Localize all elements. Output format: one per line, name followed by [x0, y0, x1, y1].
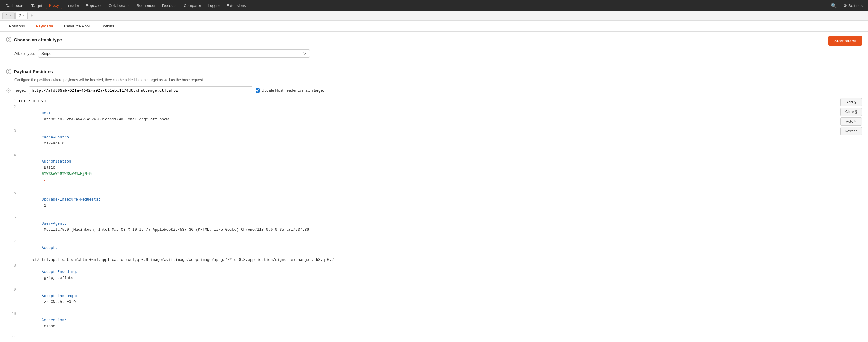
tab-add-button[interactable]: + — [28, 12, 35, 19]
request-line-9: 9 Accept-Language: zh-CN,zh;q=0.9 — [6, 287, 837, 311]
request-editor[interactable]: 1 GET / HTTP/1.1 2 Host: afd889ab-62fa-4… — [6, 98, 837, 342]
request-line-8: 8 Accept-Encoding: gzip, deflate — [6, 263, 837, 287]
refresh-button[interactable]: Refresh — [840, 127, 862, 135]
payload-positions-title: Payload Positions — [14, 69, 53, 74]
subtab-positions[interactable]: Positions — [4, 22, 31, 31]
update-host-label: Update Host header to match target — [261, 88, 324, 93]
subtab-payloads[interactable]: Payloads — [31, 22, 59, 31]
menu-decoder[interactable]: Decoder — [159, 2, 180, 9]
svg-point-1 — [8, 90, 9, 91]
subtab-bar: Positions Payloads Resource Pool Options — [0, 21, 868, 32]
main-content: ? Choose an attack type Start attack Att… — [0, 32, 868, 342]
tab-2-close[interactable]: × — [23, 14, 25, 18]
target-icon — [6, 88, 11, 93]
menu-collaborator[interactable]: Collaborator — [105, 2, 133, 9]
payload-positions-desc: Configure the positions where payloads w… — [14, 78, 862, 82]
request-line-7b: text/html,application/xhtml+xml,applicat… — [6, 257, 837, 263]
subtab-options[interactable]: Options — [95, 22, 120, 31]
update-host-checkbox-label[interactable]: Update Host header to match target — [255, 88, 324, 93]
request-line-4: 4 Authorization: Basic §YWRtaW46YWRtaW4x… — [6, 152, 837, 191]
update-host-checkbox[interactable] — [255, 89, 260, 93]
menu-comparer[interactable]: Comparer — [181, 2, 204, 9]
menu-logger[interactable]: Logger — [205, 2, 223, 9]
payload-arrow: ← — [44, 177, 47, 184]
add-payload-button[interactable]: Add § — [840, 98, 862, 106]
request-line-11: 11 — [6, 335, 837, 341]
attack-type-select[interactable]: Sniper Battering ram Pitchfork Cluster b… — [38, 49, 310, 58]
auto-payload-button[interactable]: Auto § — [840, 117, 862, 126]
payload-positions-header: ? Payload Positions — [6, 69, 862, 74]
request-line-3: 3 Cache-Control: max-age=0 — [6, 129, 837, 152]
request-line-6: 6 User-Agent: Mozilla/5.0 (Macintosh; In… — [6, 215, 837, 239]
subtab-resource-pool[interactable]: Resource Pool — [59, 22, 95, 31]
attack-type-label: Attack type: — [14, 51, 35, 56]
menu-dashboard[interactable]: Dashboard — [2, 2, 28, 9]
menu-bar: Dashboard Target Proxy Intruder Repeater… — [0, 0, 868, 11]
target-input[interactable] — [29, 86, 252, 94]
search-icon[interactable]: 🔍 — [830, 1, 838, 10]
menu-extensions[interactable]: Extensions — [223, 2, 249, 9]
payload-positions-help-icon[interactable]: ? — [6, 69, 11, 74]
tab-1-label: 1 — [6, 13, 8, 18]
editor-buttons: Add § Clear § Auto § Refresh — [837, 98, 862, 342]
menu-proxy[interactable]: Proxy — [46, 2, 62, 9]
start-attack-button[interactable]: Start attack — [829, 36, 862, 45]
clear-payload-button[interactable]: Clear § — [840, 108, 862, 116]
request-line-1: 1 GET / HTTP/1.1 — [6, 98, 837, 104]
tab-bar: 1 × 2 × + — [0, 11, 868, 21]
editor-container: 1 GET / HTTP/1.1 2 Host: afd889ab-62fa-4… — [6, 98, 862, 342]
attack-type-row: Attack type: Sniper Battering ram Pitchf… — [14, 49, 862, 58]
request-line-5: 5 Upgrade-Insecure-Requests: 1 — [6, 191, 837, 215]
request-line-7: 7 Accept: — [6, 239, 837, 257]
attack-type-title: Choose an attack type — [14, 37, 62, 42]
target-label: Target: — [14, 88, 26, 93]
section-divider-1 — [6, 64, 862, 64]
menu-target[interactable]: Target — [28, 2, 45, 9]
menu-settings[interactable]: ⚙ Settings — [840, 2, 866, 9]
tab-1-close[interactable]: × — [10, 14, 11, 18]
target-row: Target: Update Host header to match targ… — [6, 86, 862, 94]
menu-intruder[interactable]: Intruder — [63, 2, 82, 9]
tab-2-label: 2 — [19, 13, 21, 18]
tab-1[interactable]: 1 × — [2, 12, 15, 19]
attack-type-help-icon[interactable]: ? — [6, 37, 11, 42]
tab-2[interactable]: 2 × — [16, 12, 28, 19]
menu-repeater[interactable]: Repeater — [83, 2, 105, 9]
request-line-2: 2 Host: afd889ab-62fa-4542-a92a-601ebc11… — [6, 104, 837, 129]
attack-type-header: ? Choose an attack type — [6, 37, 62, 42]
request-line-10: 10 Connection: close — [6, 311, 837, 335]
menu-sequencer[interactable]: Sequencer — [133, 2, 159, 9]
